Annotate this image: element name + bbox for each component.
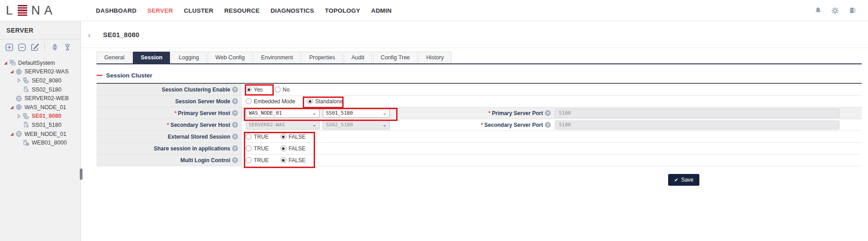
- tree-item-defaultsystem[interactable]: DefaultSystem: [0, 58, 80, 67]
- row-label-text: Primary Server Host: [178, 110, 230, 116]
- session-cluster-form: Session Clustering Enable ? Yes No Sessi…: [97, 83, 862, 166]
- radio-no[interactable]: No: [275, 87, 290, 93]
- tree-item-server02-web[interactable]: SERVER02-WEB: [0, 94, 80, 103]
- radio-false[interactable]: FALSE: [281, 145, 305, 152]
- radio-false[interactable]: FALSE: [281, 157, 305, 164]
- chevron-down-icon: ⌄: [383, 122, 387, 128]
- radio-yes[interactable]: Yes: [246, 87, 263, 93]
- radio-true[interactable]: TRUE: [246, 157, 269, 164]
- help-icon[interactable]: ?: [232, 157, 238, 163]
- help-icon[interactable]: ?: [232, 87, 238, 92]
- required-asterisk: *: [489, 110, 491, 116]
- tree-expanded-icon[interactable]: [9, 132, 15, 136]
- tree-item-was-node-01[interactable]: WAS_NODE_01: [0, 103, 80, 112]
- topbar-icons: [814, 7, 856, 14]
- row-label: Session Server Mode ?: [97, 96, 242, 107]
- tree-item-web01-8000[interactable]: WEB01_8000: [0, 138, 80, 147]
- tab-history[interactable]: History: [418, 52, 451, 63]
- help-icon[interactable]: ?: [545, 110, 551, 116]
- radio-standalone[interactable]: Standalone: [307, 98, 343, 105]
- gear-icon[interactable]: [831, 7, 839, 14]
- required-asterisk: *: [175, 110, 177, 116]
- tree-item-server02-was[interactable]: SERVER02-WAS: [0, 67, 80, 77]
- chevron-down-icon: ⌄: [383, 110, 387, 116]
- row-label: Multi Login Control ?: [97, 154, 242, 166]
- nav-dashboard[interactable]: DASHBOARD: [95, 5, 138, 17]
- tab-session[interactable]: Session: [133, 52, 170, 63]
- radio-selected-icon: [281, 134, 286, 140]
- remove-icon[interactable]: [18, 43, 26, 52]
- help-icon[interactable]: ?: [232, 110, 238, 116]
- tab-general[interactable]: General: [97, 52, 132, 63]
- nav-admin[interactable]: ADMIN: [370, 5, 393, 17]
- radio-embedded-mode[interactable]: Embedded Mode: [246, 98, 295, 105]
- radio-label: FALSE: [289, 145, 305, 152]
- tab-bar: General Session Logging Web Config Envir…: [97, 52, 862, 64]
- radio-selected-icon: [281, 157, 286, 163]
- row-label: * Secondary Server Host ?: [97, 119, 242, 130]
- radio-selected-icon: [246, 87, 252, 92]
- form-row-session-clustering-enable: Session Clustering Enable ? Yes No: [97, 84, 862, 96]
- row-label-text: Share session in applications: [154, 145, 230, 152]
- tree-expanded-icon[interactable]: [9, 105, 15, 110]
- form-row-external-stored-session: External Stored Session ? TRUE FALSE: [97, 131, 862, 143]
- primary-host-select[interactable]: WAS_NODE_01 ⌄: [246, 108, 320, 118]
- bell-icon[interactable]: [814, 7, 822, 14]
- help-icon[interactable]: ?: [232, 134, 238, 140]
- tab-web-config[interactable]: Web Config: [208, 52, 252, 63]
- radio-label: Yes: [254, 87, 263, 93]
- primary-server-port-label: * Primary Server Port ?: [489, 110, 551, 116]
- radio-unselected-icon: [246, 134, 252, 140]
- save-button-label: Save: [681, 177, 693, 183]
- tree-item-ss02-5180[interactable]: SS02_5180: [0, 85, 80, 94]
- secondary-host-select: SERVER02-WAS ⌄: [246, 120, 320, 130]
- nav-diagnostics[interactable]: DIAGNOSTICS: [270, 5, 315, 17]
- row-value: Embedded Mode Standalone: [242, 96, 862, 107]
- row-value: SERVER02-WAS ⌄ SS02_5180 ⌄ * Secondary S…: [242, 119, 862, 130]
- section-title-text: Session Cluster: [106, 72, 152, 79]
- tree-item-label: SERVER02-WEB: [24, 95, 69, 101]
- app-logo[interactable]: L N A: [6, 4, 53, 18]
- nav-cluster[interactable]: CLUSTER: [183, 5, 214, 17]
- tab-environment[interactable]: Environment: [253, 52, 301, 63]
- session-server-icon: [23, 86, 30, 93]
- nav-server[interactable]: SERVER: [146, 5, 174, 17]
- help-icon[interactable]: ?: [545, 122, 551, 128]
- radio-true[interactable]: TRUE: [246, 134, 269, 140]
- save-button[interactable]: ✔ Save: [668, 174, 699, 186]
- radio-selected-icon: [307, 98, 313, 104]
- tree-item-label: SS01_5180: [32, 122, 61, 128]
- tree-expanded-icon[interactable]: [9, 69, 15, 74]
- web-node-icon: [15, 130, 23, 137]
- tree-item-label: WEB01_8000: [32, 140, 67, 146]
- logout-icon[interactable]: [849, 7, 856, 14]
- tree-item-web-node-01[interactable]: WEB_NODE_01: [0, 130, 80, 139]
- radio-false[interactable]: FALSE: [281, 134, 305, 140]
- secondary-server-port-label: * Secondary Server Port ?: [481, 122, 551, 128]
- tree-item-se01-8080[interactable]: SE01_8080: [0, 112, 80, 121]
- primary-session-server-select[interactable]: SS01_5180 ⌄: [323, 108, 390, 118]
- add-icon[interactable]: [5, 43, 14, 52]
- edit-icon[interactable]: [30, 43, 39, 52]
- tree-item-se02-8080[interactable]: SE02_8080: [0, 76, 80, 85]
- nav-topology[interactable]: TOPOLOGY: [324, 5, 361, 17]
- help-icon[interactable]: ?: [232, 145, 238, 151]
- collapse-all-icon[interactable]: [63, 43, 72, 52]
- help-icon[interactable]: ?: [232, 98, 238, 104]
- tab-config-tree[interactable]: Config Tree: [373, 52, 418, 63]
- tree-collapsed-icon[interactable]: [16, 78, 22, 83]
- radio-true[interactable]: TRUE: [246, 145, 269, 152]
- collapse-sidebar-icon[interactable]: ‹: [88, 30, 91, 39]
- tab-audit[interactable]: Audit: [344, 52, 372, 63]
- nav-resource[interactable]: RESOURCE: [223, 5, 261, 17]
- tab-logging[interactable]: Logging: [171, 52, 207, 63]
- help-icon[interactable]: ?: [232, 122, 238, 128]
- tree-collapsed-icon[interactable]: [16, 114, 22, 119]
- expand-all-icon[interactable]: [50, 43, 59, 52]
- row-label-text: Secondary Server Host: [170, 122, 230, 128]
- system-icon: [9, 59, 16, 66]
- sidebar-scrollbar-thumb[interactable]: [80, 169, 82, 180]
- tree-expanded-icon[interactable]: [3, 61, 8, 65]
- tab-properties[interactable]: Properties: [301, 52, 343, 63]
- tree-item-ss01-5180[interactable]: SS01_5180: [0, 120, 80, 130]
